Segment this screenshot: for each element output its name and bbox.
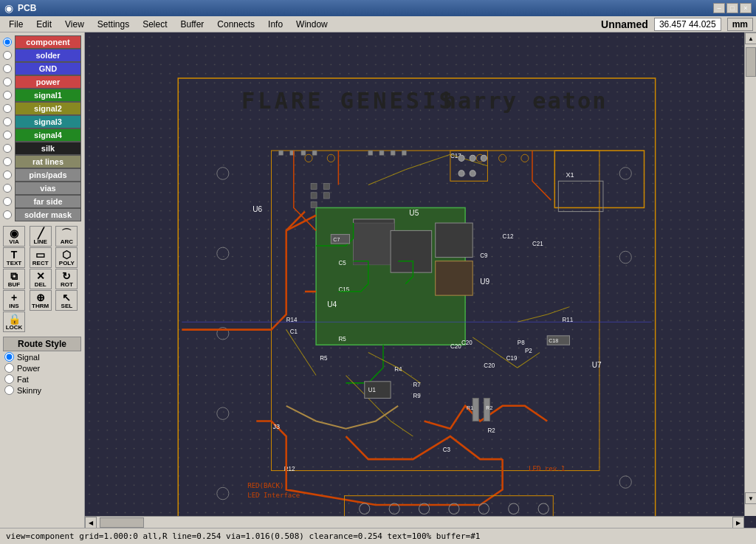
layer-radio-solder[interactable] bbox=[3, 51, 12, 60]
tool-button-sel[interactable]: ↖SEL bbox=[55, 290, 78, 311]
layer-row-signal2[interactable]: signal2 bbox=[3, 102, 81, 115]
pcb-canvas: FLARE GENESIS harry eaton U6 U5 U9 U4 U7… bbox=[85, 32, 756, 528]
route-style-header[interactable]: Route Style bbox=[3, 337, 81, 351]
layer-row-power[interactable]: power bbox=[3, 75, 81, 89]
layer-row-farside[interactable]: far side bbox=[3, 195, 81, 208]
layer-row-signal3[interactable]: signal3 bbox=[3, 115, 81, 128]
layer-row-pinspads[interactable]: pins/pads bbox=[3, 168, 81, 182]
layer-row-gnd[interactable]: GND bbox=[3, 62, 81, 75]
layer-radio-signal3[interactable] bbox=[3, 117, 12, 126]
layer-radio-power[interactable] bbox=[3, 78, 12, 86]
tool-button-rot[interactable]: ↻ROT bbox=[55, 269, 78, 289]
route-option-power[interactable]: Power bbox=[3, 362, 81, 373]
layer-button-silk[interactable]: silk bbox=[15, 142, 81, 155]
scroll-down-button[interactable]: ▼ bbox=[745, 492, 756, 504]
route-option-fat[interactable]: Fat bbox=[3, 373, 81, 385]
route-radio-skinny[interactable] bbox=[4, 385, 14, 395]
layer-radio-signal4[interactable] bbox=[3, 131, 12, 140]
layer-radio-gnd[interactable] bbox=[3, 64, 12, 73]
tool-button-ins[interactable]: +INS bbox=[3, 290, 25, 311]
layer-button-power[interactable]: power bbox=[15, 75, 81, 89]
menu-info[interactable]: Info bbox=[262, 18, 289, 31]
route-radio-signal[interactable] bbox=[4, 352, 14, 362]
tool-label-lock: LOCK bbox=[6, 324, 23, 331]
tool-button-rect[interactable]: ▭RECT bbox=[30, 247, 52, 268]
tool-icon-del: ✕ bbox=[36, 271, 45, 281]
route-label-fat: Fat bbox=[17, 375, 29, 384]
tool-button-buf[interactable]: ⧉BUF bbox=[3, 269, 25, 289]
layer-row-signal1[interactable]: signal1 bbox=[3, 89, 81, 102]
svg-text:P8: P8 bbox=[518, 340, 525, 346]
scroll-up-button[interactable]: ▲ bbox=[745, 32, 756, 44]
layer-button-gnd[interactable]: GND bbox=[15, 62, 81, 75]
tool-button-lock[interactable]: 🔒LOCK bbox=[3, 311, 25, 332]
layer-radio-soldermask[interactable] bbox=[3, 210, 12, 219]
layer-row-soldermask[interactable]: solder mask bbox=[3, 208, 81, 221]
route-option-skinny[interactable]: Skinny bbox=[3, 385, 81, 396]
tool-icon-line: ╱ bbox=[38, 228, 44, 238]
route-radio-fat[interactable] bbox=[4, 374, 14, 384]
horizontal-scrollbar[interactable]: ◀ ▶ bbox=[85, 516, 744, 528]
layer-row-vias[interactable]: vias bbox=[3, 182, 81, 195]
layer-button-component[interactable]: component bbox=[15, 35, 81, 49]
layer-row-component[interactable]: component bbox=[3, 35, 81, 49]
tool-button-via[interactable]: ◉VIA bbox=[3, 226, 25, 247]
layer-radio-silk[interactable] bbox=[3, 144, 12, 153]
layer-row-ratlines[interactable]: rat lines bbox=[3, 155, 81, 168]
minimize-button[interactable]: – bbox=[713, 3, 725, 13]
scroll-thumb-horizontal[interactable] bbox=[100, 517, 144, 528]
route-option-signal[interactable]: Signal bbox=[3, 351, 81, 362]
layer-button-ratlines[interactable]: rat lines bbox=[15, 155, 81, 168]
tool-button-poly[interactable]: ⬡POLY bbox=[55, 247, 78, 268]
layer-row-silk[interactable]: silk bbox=[3, 142, 81, 155]
scroll-right-button[interactable]: ▶ bbox=[732, 517, 744, 528]
tool-button-line[interactable]: ╱LINE bbox=[30, 226, 52, 247]
tool-button-arc[interactable]: ⌒ARC bbox=[55, 226, 78, 247]
layer-button-pinspads[interactable]: pins/pads bbox=[15, 168, 81, 182]
menu-buffer[interactable]: Buffer bbox=[175, 18, 210, 31]
layer-row-signal4[interactable]: signal4 bbox=[3, 128, 81, 142]
svg-rect-10 bbox=[391, 230, 432, 272]
layer-button-farside[interactable]: far side bbox=[15, 195, 81, 208]
close-button[interactable]: × bbox=[740, 3, 752, 13]
layer-button-signal4[interactable]: signal4 bbox=[15, 128, 81, 142]
layer-radio-ratlines[interactable] bbox=[3, 157, 12, 166]
layer-button-solder[interactable]: solder bbox=[15, 49, 81, 62]
route-radio-power[interactable] bbox=[4, 363, 14, 373]
scroll-thumb-vertical[interactable] bbox=[746, 47, 756, 77]
restore-button[interactable]: □ bbox=[726, 3, 738, 13]
layer-button-vias[interactable]: vias bbox=[15, 182, 81, 195]
menu-file[interactable]: File bbox=[3, 18, 29, 31]
layer-button-signal1[interactable]: signal1 bbox=[15, 89, 81, 102]
layer-radio-vias[interactable] bbox=[3, 184, 12, 193]
layer-radio-component[interactable] bbox=[3, 38, 12, 47]
scroll-left-button[interactable]: ◀ bbox=[85, 517, 97, 528]
titlebar: ◉ PCB – □ × bbox=[0, 0, 756, 16]
tool-icon-sel: ↖ bbox=[62, 292, 71, 303]
menu-edit[interactable]: Edit bbox=[30, 18, 58, 31]
tool-button-thrm[interactable]: ⊕THRM bbox=[30, 290, 52, 311]
menu-window[interactable]: Window bbox=[290, 18, 334, 31]
menu-select[interactable]: Select bbox=[137, 18, 173, 31]
menu-settings[interactable]: Settings bbox=[92, 18, 135, 31]
layer-button-soldermask[interactable]: solder mask bbox=[15, 208, 81, 221]
svg-point-100 bbox=[470, 155, 475, 161]
menu-connects[interactable]: Connects bbox=[211, 18, 261, 31]
svg-text:C19: C19 bbox=[506, 355, 518, 362]
tool-button-text[interactable]: TTEXT bbox=[3, 247, 25, 268]
layer-row-solder[interactable]: solder bbox=[3, 49, 81, 62]
tool-button-del[interactable]: ✕DEL bbox=[30, 269, 52, 289]
menu-view[interactable]: View bbox=[59, 18, 90, 31]
layer-button-signal3[interactable]: signal3 bbox=[15, 115, 81, 128]
layer-radio-signal2[interactable] bbox=[3, 104, 12, 113]
layer-radio-signal1[interactable] bbox=[3, 91, 12, 100]
canvas-area[interactable]: FLARE GENESIS harry eaton U6 U5 U9 U4 U7… bbox=[85, 32, 756, 528]
svg-rect-109 bbox=[301, 151, 306, 155]
svg-text:U6: U6 bbox=[252, 204, 262, 213]
layer-button-signal2[interactable]: signal2 bbox=[15, 102, 81, 115]
layer-radio-farside[interactable] bbox=[3, 197, 12, 206]
unit-button[interactable]: mm bbox=[727, 18, 753, 31]
vertical-scrollbar[interactable]: ▲ ▼ bbox=[744, 32, 756, 516]
tool-icon-arc: ⌒ bbox=[61, 228, 72, 238]
layer-radio-pinspads[interactable] bbox=[3, 171, 12, 179]
